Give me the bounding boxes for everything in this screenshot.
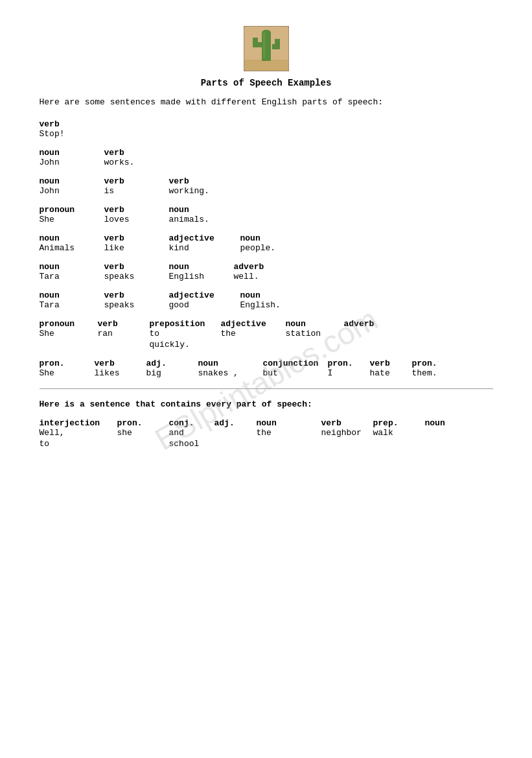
word-she-2: She bbox=[40, 329, 98, 338]
page-title: Parts of Speech Examples bbox=[40, 78, 493, 88]
sentence-heading: Here is a sentence that contains every p… bbox=[40, 399, 493, 409]
word-to: to bbox=[150, 329, 221, 338]
word-to-2: to bbox=[40, 439, 117, 449]
word-people: people. bbox=[240, 243, 305, 253]
word-the-2: the bbox=[257, 428, 321, 438]
word-stop: Stop! bbox=[40, 129, 104, 139]
word-english-2: English. bbox=[240, 300, 305, 310]
section-verb-stop: verb Stop! bbox=[40, 119, 493, 139]
word-john-1: John bbox=[40, 158, 104, 167]
label-pronoun-1: pronoun bbox=[40, 205, 104, 215]
label-adjective-3: adjective bbox=[221, 319, 286, 329]
label-noun-11: noun bbox=[198, 359, 263, 368]
word-likes: likes bbox=[95, 368, 146, 378]
label-interjection: interjection bbox=[40, 418, 117, 428]
word-quickly: quickly. bbox=[150, 340, 221, 349]
word-she-4: she bbox=[117, 428, 169, 438]
word-speaks-2: speaks bbox=[104, 300, 169, 310]
word-empty-4 bbox=[221, 340, 286, 349]
word-but: but bbox=[263, 368, 328, 378]
page-container: Parts of Speech Examples Here are some s… bbox=[40, 26, 493, 449]
word-she-1: She bbox=[40, 215, 104, 224]
word-tara-2: Tara bbox=[40, 300, 104, 310]
label-noun-12: noun bbox=[257, 418, 321, 428]
section-she-likes-big-snakes: pron. verb adj. noun conjunction pron. v… bbox=[40, 359, 493, 378]
label-verb-6: verb bbox=[104, 262, 169, 272]
section-john-is-working: noun verb verb John is working. bbox=[40, 176, 493, 196]
label-adjective-1: adjective bbox=[169, 233, 240, 243]
label-conjunction-1: conjunction bbox=[263, 359, 328, 368]
word-neighbor: neighbor bbox=[321, 428, 373, 438]
intro-text: Here are some sentences made with differ… bbox=[40, 96, 493, 109]
label-verb-7: verb bbox=[104, 290, 169, 300]
svg-rect-4 bbox=[253, 38, 258, 47]
word-good: good bbox=[169, 300, 240, 310]
label-adjective-2: adjective bbox=[169, 290, 240, 300]
word-empty-10 bbox=[214, 439, 257, 449]
label-noun-5: noun bbox=[240, 233, 305, 243]
label-preposition-1: preposition bbox=[150, 319, 221, 329]
section-tara-speaks-english-well: noun verb noun adverb Tara speaks Englis… bbox=[40, 262, 493, 281]
word-and: and bbox=[169, 428, 214, 438]
label-noun-2: noun bbox=[40, 176, 104, 186]
word-i: I bbox=[328, 368, 370, 378]
section-john-works: noun verb John works. bbox=[40, 148, 493, 167]
logo-container bbox=[40, 26, 493, 71]
word-works: works. bbox=[104, 158, 169, 167]
word-well: Well, bbox=[40, 428, 117, 438]
word-ran: ran bbox=[98, 329, 150, 338]
label-verb-10: verb bbox=[370, 359, 412, 368]
word-empty-11 bbox=[257, 439, 321, 449]
svg-rect-1 bbox=[244, 60, 289, 71]
word-animals: animals. bbox=[169, 215, 234, 224]
label-noun-9: noun bbox=[240, 290, 305, 300]
label-pron-4: pron. bbox=[117, 418, 169, 428]
word-empty-6 bbox=[344, 340, 396, 349]
word-empty-5 bbox=[286, 340, 344, 349]
word-station: station bbox=[286, 329, 344, 338]
label-adj-1: adj. bbox=[146, 359, 198, 368]
section-she-loves-animals: pronoun verb noun She loves animals. bbox=[40, 205, 493, 224]
word-hate: hate bbox=[370, 368, 412, 378]
label-conj-1: conj. bbox=[169, 418, 214, 428]
word-empty-14 bbox=[425, 439, 477, 449]
word-school: school bbox=[169, 439, 214, 449]
word-empty-9 bbox=[117, 439, 169, 449]
word-them: them. bbox=[412, 368, 448, 378]
label-verb-5: verb bbox=[104, 233, 169, 243]
label-noun-6: noun bbox=[40, 262, 104, 272]
section-divider bbox=[40, 388, 493, 389]
label-adj-2: adj. bbox=[214, 418, 257, 428]
label-verb-8: verb bbox=[98, 319, 150, 329]
label-verb-3: verb bbox=[169, 176, 234, 186]
label-verb-2: verb bbox=[104, 176, 169, 186]
section-she-ran-to-station: pronoun verb preposition adjective noun … bbox=[40, 319, 493, 349]
word-working: working. bbox=[169, 186, 234, 196]
word-walk: walk bbox=[373, 428, 425, 438]
svg-rect-8 bbox=[263, 32, 265, 58]
word-is: is bbox=[104, 186, 169, 196]
word-english-1: English bbox=[169, 272, 234, 281]
label-pronoun-2: pronoun bbox=[40, 319, 98, 329]
label-verb-4: verb bbox=[104, 205, 169, 215]
word-empty-8 bbox=[425, 428, 477, 438]
word-empty-13 bbox=[373, 439, 425, 449]
label-noun-7: noun bbox=[169, 262, 234, 272]
label-adverb-1: adverb bbox=[234, 262, 299, 272]
word-empty-12 bbox=[321, 439, 373, 449]
word-empty-3 bbox=[98, 340, 150, 349]
label-noun-8: noun bbox=[40, 290, 104, 300]
word-speaks-1: speaks bbox=[104, 272, 169, 281]
label-noun-1: noun bbox=[40, 148, 104, 158]
label-verb-9: verb bbox=[95, 359, 146, 368]
label-noun-3: noun bbox=[169, 205, 234, 215]
svg-rect-6 bbox=[275, 39, 280, 49]
label-noun-10: noun bbox=[286, 319, 344, 329]
word-empty-1 bbox=[344, 329, 396, 338]
word-empty-7 bbox=[214, 428, 257, 438]
label-noun-13: noun bbox=[425, 418, 477, 428]
label-pron-3: pron. bbox=[412, 359, 448, 368]
word-she-3: She bbox=[40, 368, 95, 378]
section-full-sentence: interjection pron. conj. adj. noun verb … bbox=[40, 418, 493, 449]
word-john-2: John bbox=[40, 186, 104, 196]
